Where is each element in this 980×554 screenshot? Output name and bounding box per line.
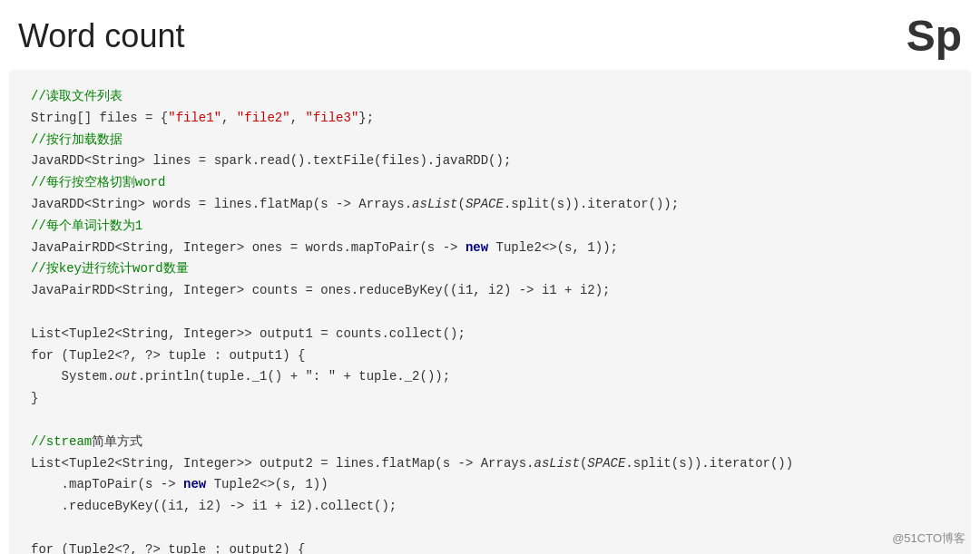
code-line: JavaRDD<String> lines = spark.read().tex… bbox=[31, 151, 949, 172]
code-line-empty bbox=[31, 518, 949, 539]
logo: Sp bbox=[906, 11, 962, 61]
code-line: //每个单词计数为1 bbox=[31, 216, 949, 238]
watermark: @51CTO博客 bbox=[892, 530, 965, 547]
code-line: List<Tuple2<String, Integer>> output2 = … bbox=[31, 453, 949, 475]
code-line: JavaRDD<String> words = lines.flatMap(s … bbox=[31, 194, 949, 216]
code-line: for (Tuple2<?, ?> tuple : output2) { bbox=[31, 539, 949, 554]
code-line: String[] files = {"file1", "file2", "fil… bbox=[31, 108, 949, 130]
code-line: //每行按空格切割word bbox=[31, 172, 949, 194]
code-line: JavaPairRDD<String, Integer> ones = word… bbox=[31, 238, 949, 259]
code-line: } bbox=[31, 388, 949, 410]
page-title: Word count bbox=[18, 17, 184, 55]
header: Word count Sp bbox=[0, 0, 980, 70]
code-line: .mapToPair(s -> new Tuple2<>(s, 1)) bbox=[31, 474, 949, 496]
code-line: for (Tuple2<?, ?> tuple : output1) { bbox=[31, 345, 949, 367]
code-line: System.out.println(tuple._1() + ": " + t… bbox=[31, 366, 949, 388]
code-line-empty bbox=[31, 410, 949, 432]
code-line-empty bbox=[31, 302, 949, 324]
code-block: //读取文件列表 String[] files = {"file1", "fil… bbox=[9, 70, 971, 554]
code-line: //按key进行统计word数量 bbox=[31, 258, 949, 280]
code-line: JavaPairRDD<String, Integer> counts = on… bbox=[31, 280, 949, 302]
code-line: .reduceByKey((i1, i2) -> i1 + i2).collec… bbox=[31, 496, 949, 518]
code-line: //读取文件列表 bbox=[31, 86, 949, 108]
code-line: //按行加载数据 bbox=[31, 130, 949, 151]
code-line: List<Tuple2<String, Integer>> output1 = … bbox=[31, 324, 949, 345]
code-line: //stream简单方式 bbox=[31, 432, 949, 453]
